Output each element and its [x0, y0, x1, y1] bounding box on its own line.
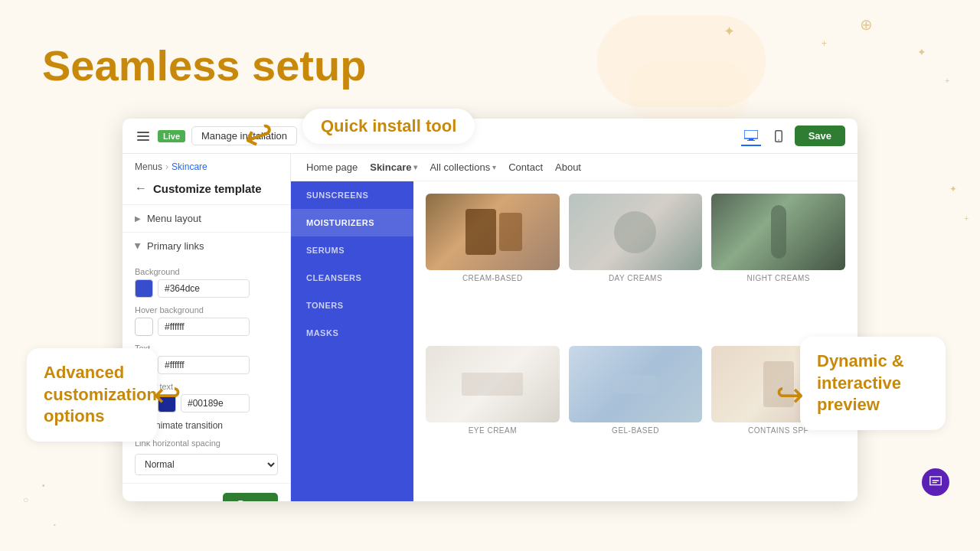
hover-background-label: Hover background: [135, 305, 278, 315]
right-content: Home page Skincare ▾ All collections ▾ C…: [291, 154, 858, 501]
breadcrumb-menus[interactable]: Menus: [135, 161, 162, 172]
background-color-input[interactable]: [158, 279, 250, 298]
svg-rect-4: [749, 139, 753, 140]
hover-background-color-swatch[interactable]: [135, 318, 153, 336]
product-label-0: CREAM-BASED: [462, 274, 523, 282]
product-label-2: NIGHT CREAMS: [746, 274, 810, 282]
deco-plus-1: +: [945, 77, 949, 85]
done-btn-row: Done: [122, 483, 290, 501]
mega-menu-item-serums[interactable]: SERUMS: [291, 236, 413, 264]
svg-rect-0: [137, 132, 149, 133]
bg-decoration-2: [628, 61, 750, 122]
product-card-4: GEL-BASED: [569, 346, 703, 489]
mega-menu-sidebar: SUNSCREENSMOISTURIZERSSERUMSCLEANSERSTON…: [291, 181, 413, 501]
product-label-5: CONTAINS SPF: [748, 426, 808, 435]
breadcrumb-skincare[interactable]: Skincare: [172, 161, 207, 172]
nav-item-contact[interactable]: Contact: [508, 161, 543, 173]
primary-links-row[interactable]: ▶ Primary links: [122, 232, 290, 259]
mega-menu-item-sunscreens[interactable]: SUNSCREENS: [291, 181, 413, 209]
background-color-swatch[interactable]: [135, 279, 153, 298]
product-image-4: [569, 346, 703, 422]
deco-star-3: ✦: [917, 46, 926, 58]
dynamic-arrow-icon: ↩: [776, 375, 804, 414]
breadcrumb: Menus › Skincare: [122, 154, 290, 175]
menu-icon[interactable]: [135, 128, 152, 145]
text-label: Text: [135, 344, 278, 353]
browser-toolbar: Live Manage installation Save: [122, 119, 858, 154]
deco-dot-1: •: [42, 481, 45, 490]
background-label: Background: [135, 267, 278, 276]
svg-rect-9: [933, 482, 937, 483]
product-card-1: DAY CREAMS: [569, 194, 703, 337]
deco-plus-2: +: [964, 214, 969, 223]
deco-star-1: ✦: [724, 23, 735, 40]
svg-point-7: [778, 139, 779, 141]
menu-layout-label: Menu layout: [147, 213, 201, 224]
hover-background-field: [135, 318, 278, 336]
animate-transition-label: Animate transition: [149, 420, 223, 431]
chat-widget[interactable]: [922, 468, 949, 496]
product-card-3: EYE CREAM: [426, 346, 560, 489]
primary-links-label: Primary links: [147, 240, 204, 252]
dynamic-interactive-label: Dynamic & interactive preview: [800, 337, 946, 430]
product-card-2: NIGHT CREAMS: [711, 194, 845, 337]
quick-install-label: Quick install tool: [302, 109, 475, 144]
device-icons: [741, 126, 789, 146]
panel-title: Customize template: [153, 182, 262, 195]
deco-dot-2: •: [54, 521, 56, 528]
advanced-customization-arrow-icon: ↩: [153, 375, 181, 414]
svg-rect-3: [744, 130, 758, 139]
nav-item-homepage[interactable]: Home page: [306, 161, 358, 173]
mega-menu-item-toners[interactable]: TONERS: [291, 292, 413, 319]
breadcrumb-separator: ›: [165, 161, 168, 172]
collections-dropdown-icon: ▾: [492, 163, 496, 171]
spacing-label: Link horizontal spacing: [135, 439, 278, 448]
skincare-dropdown-icon: ▾: [413, 163, 417, 171]
product-image-1: [569, 194, 703, 270]
product-image-3: [426, 346, 560, 422]
deco-star-4: ✦: [949, 184, 957, 194]
product-card-0: CREAM-BASED: [426, 194, 560, 337]
main-heading: Seamless setup: [42, 42, 366, 90]
panel-header: ← Customize template: [122, 175, 290, 204]
svg-rect-2: [137, 139, 149, 141]
back-arrow-icon[interactable]: ←: [135, 181, 147, 195]
nav-item-about[interactable]: About: [555, 161, 581, 173]
done-button[interactable]: Done: [223, 493, 279, 501]
browser-content: Menus › Skincare ← Customize template ▶ …: [122, 154, 858, 501]
site-nav: Home page Skincare ▾ All collections ▾ C…: [291, 154, 858, 181]
svg-rect-5: [747, 140, 755, 141]
nav-item-collections[interactable]: All collections ▾: [430, 161, 496, 173]
menu-layout-arrow-icon: ▶: [135, 214, 141, 223]
mega-menu-item-cleansers[interactable]: CLEANSERS: [291, 264, 413, 292]
advanced-customization-label: Advanced customization options: [27, 348, 157, 442]
primary-links-arrow-icon: ▶: [134, 243, 142, 249]
mega-menu-item-masks[interactable]: MASKS: [291, 319, 413, 347]
deco-star-2: +: [822, 38, 827, 49]
left-panel: Menus › Skincare ← Customize template ▶ …: [122, 154, 291, 501]
deco-planet-icon: ⊕: [860, 15, 873, 34]
menu-layout-row[interactable]: ▶ Menu layout: [122, 204, 290, 232]
save-button[interactable]: Save: [795, 126, 845, 146]
product-label-4: GEL-BASED: [612, 426, 659, 435]
live-badge: Live: [158, 130, 185, 142]
svg-rect-1: [137, 135, 149, 137]
mega-menu-area: SUNSCREENSMOISTURIZERSSERUMSCLEANSERSTON…: [291, 181, 858, 501]
spacing-select[interactable]: Normal: [135, 454, 278, 475]
desktop-icon[interactable]: [741, 126, 761, 146]
background-field: [135, 279, 278, 298]
product-image-0: [426, 194, 560, 270]
text-color-input[interactable]: [158, 356, 250, 374]
mega-menu-item-moisturizers[interactable]: MOISTURIZERS: [291, 209, 413, 236]
deco-circle-1: ○: [23, 494, 28, 505]
product-grid: CREAM-BASEDDAY CREAMSNIGHT CREAMSEYE CRE…: [413, 181, 858, 501]
hover-background-color-input[interactable]: [158, 318, 250, 336]
browser-mockup: Live Manage installation Save: [122, 119, 858, 501]
product-label-3: EYE CREAM: [469, 426, 517, 435]
svg-rect-8: [933, 480, 939, 481]
nav-item-skincare[interactable]: Skincare ▾: [370, 161, 417, 173]
hover-text-color-input[interactable]: [181, 394, 250, 412]
mobile-icon[interactable]: [769, 126, 789, 146]
product-label-1: DAY CREAMS: [609, 274, 662, 282]
product-image-2: [711, 194, 845, 270]
